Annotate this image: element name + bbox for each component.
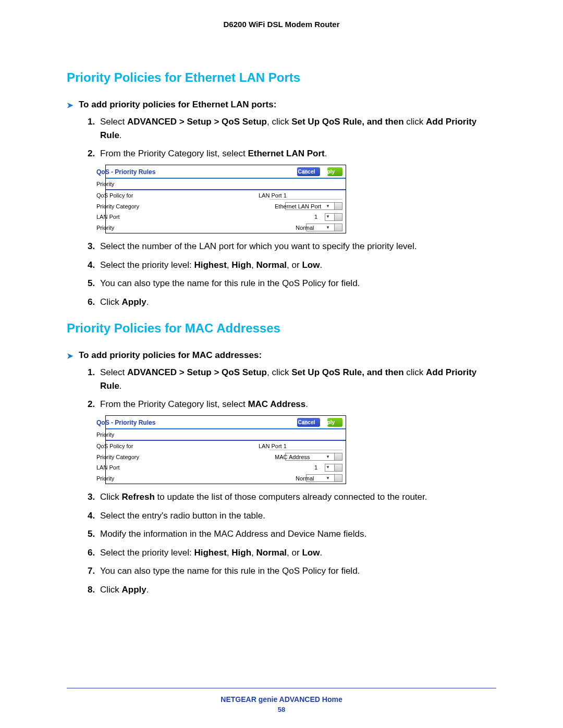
qos-panel-mac: QoS - Priority Rules × Cancel Apply ▸: [105, 415, 346, 485]
panel-section-label: Priority: [106, 429, 346, 441]
step-number: 7.: [88, 564, 100, 578]
field-label: Priority: [109, 474, 114, 483]
step-number: 1.: [88, 366, 100, 379]
step-2: 2.From the Priority Category list, selec…: [88, 147, 496, 233]
step-4: 4.Select the priority level: Highest, Hi…: [88, 258, 496, 272]
cancel-button[interactable]: × Cancel: [297, 418, 320, 427]
lan-port-select[interactable]: 1 ▼: [325, 464, 342, 472]
step-number: 1.: [88, 115, 100, 129]
step-number: 8.: [88, 583, 100, 597]
step-number: 6.: [88, 546, 100, 560]
row-priority-category: Priority Category MAC Address ▼: [106, 452, 346, 463]
section-title-lan-ports: Priority Policies for Ethernet LAN Ports: [67, 70, 496, 85]
chevron-down-icon: ▼: [334, 464, 342, 471]
field-label: Priority Category: [109, 453, 139, 462]
field-label: Priority: [109, 224, 114, 232]
qos-panel-lan: QoS - Priority Rules × Cancel Apply ▸: [105, 165, 346, 234]
panel-section-label: Priority: [106, 179, 346, 191]
step-7: 7.You can also type the name for this ru…: [88, 564, 496, 578]
panel-rows: QoS Policy for LAN Port 1 Priority Categ…: [106, 441, 346, 484]
panel-rows: QoS Policy for LAN Port 1 Priority Categ…: [106, 190, 346, 233]
chevron-down-icon: ▼: [334, 475, 342, 482]
steps-list-mac: 1.Select ADVANCED > Setup > QoS Setup, c…: [67, 366, 496, 596]
step-number: 4.: [88, 509, 100, 523]
row-qos-policy: QoS Policy for LAN Port 1: [106, 441, 346, 452]
field-label: Priority Category: [109, 202, 139, 211]
chevron-down-icon: ▼: [334, 224, 342, 231]
step-text: Select: [100, 117, 127, 127]
chevron-down-icon: ▼: [334, 203, 342, 209]
step-number: 3.: [88, 240, 100, 253]
step-number: 2.: [88, 147, 100, 161]
page-footer: NETGEAR genie ADVANCED Home 58: [0, 695, 563, 713]
apply-button[interactable]: Apply ▸: [327, 418, 342, 427]
panel-buttons: × Cancel Apply ▸: [297, 418, 342, 427]
step-number: 5.: [88, 277, 100, 290]
task-heading: ➤ To add priority policies for MAC addre…: [67, 350, 496, 362]
task-block-mac: ➤ To add priority policies for MAC addre…: [67, 350, 496, 596]
step-number: 2.: [88, 398, 100, 411]
nav-path: ADVANCED > Setup > QoS Setup: [127, 117, 267, 127]
step-number: 5.: [88, 527, 100, 541]
step-3: 3.Select the number of the LAN port for …: [88, 240, 496, 253]
field-label: LAN Port: [109, 463, 120, 472]
lan-port-select[interactable]: 1 ▼: [325, 213, 342, 221]
panel-title: QoS - Priority Rules: [109, 167, 155, 177]
qos-policy-input[interactable]: LAN Port 1: [270, 442, 342, 450]
panel-title: QoS - Priority Rules: [109, 418, 155, 427]
select-value: Normal: [308, 474, 334, 483]
chevron-down-icon: ▼: [334, 214, 342, 220]
select-value: Normal: [308, 224, 334, 232]
priority-select[interactable]: Normal ▼: [306, 474, 342, 482]
footer-title: NETGEAR genie ADVANCED Home: [221, 695, 342, 704]
task-label: To add priority policies for MAC address…: [79, 350, 262, 361]
page-number: 58: [0, 706, 563, 713]
panel-buttons: × Cancel Apply ▸: [297, 167, 342, 176]
row-lan-port: LAN Port 1 ▼: [106, 212, 346, 223]
step-number: 6.: [88, 295, 100, 309]
row-qos-policy: QoS Policy for LAN Port 1: [106, 190, 346, 201]
row-lan-port: LAN Port 1 ▼: [106, 462, 346, 473]
page: D6200 WiFi DSL Modem Router Priority Pol…: [0, 0, 563, 728]
step-number: 3.: [88, 490, 100, 504]
step-6: 6.Select the priority level: Highest, Hi…: [88, 546, 496, 560]
cancel-button[interactable]: × Cancel: [297, 167, 320, 176]
priority-category-select[interactable]: Ethernet LAN Port ▼: [285, 202, 342, 210]
chevron-right-icon: ➤: [67, 100, 74, 111]
priority-category-select[interactable]: MAC Address ▼: [285, 453, 342, 461]
step-1: 1.Select ADVANCED > Setup > QoS Setup, c…: [88, 115, 496, 142]
qos-policy-input[interactable]: LAN Port 1: [270, 191, 342, 200]
row-priority-category: Priority Category Ethernet LAN Port ▼: [106, 201, 346, 212]
panel-header: QoS - Priority Rules × Cancel Apply ▸: [106, 416, 346, 429]
section-title-mac: Priority Policies for MAC Addresses: [67, 321, 496, 336]
cancel-label: Cancel: [310, 168, 315, 176]
step-5: 5.You can also type the name for this ru…: [88, 277, 496, 290]
field-label: QoS Policy for: [109, 442, 133, 451]
step-8: 8.Click Apply.: [88, 583, 496, 597]
task-heading: ➤ To add priority policies for Ethernet …: [67, 100, 496, 111]
chevron-right-icon: ➤: [67, 350, 74, 362]
field-label: LAN Port: [109, 213, 120, 221]
step-4: 4.Select the entry's radio button in the…: [88, 509, 496, 523]
document-header: D6200 WiFi DSL Modem Router: [67, 20, 496, 29]
footer-rule: [67, 688, 496, 688]
task-block-lan: ➤ To add priority policies for Ethernet …: [67, 100, 496, 309]
step-6: 6.Click Apply.: [88, 295, 496, 309]
panel-header: QoS - Priority Rules × Cancel Apply ▸: [106, 165, 346, 179]
apply-label: Apply: [333, 168, 335, 176]
chevron-down-icon: ▼: [334, 453, 342, 460]
row-priority: Priority Normal ▼: [106, 473, 346, 484]
apply-button[interactable]: Apply ▸: [327, 167, 342, 176]
step-1: 1.Select ADVANCED > Setup > QoS Setup, c…: [88, 366, 496, 392]
step-5: 5.Modify the information in the MAC Addr…: [88, 527, 496, 541]
task-label: To add priority policies for Ethernet LA…: [79, 100, 276, 110]
priority-select[interactable]: Normal ▼: [306, 224, 342, 231]
step-3: 3.Click Refresh to update the list of th…: [88, 490, 496, 504]
step-2: 2.From the Priority Category list, selec…: [88, 398, 496, 484]
apply-label: Apply: [333, 418, 335, 426]
row-priority: Priority Normal ▼: [106, 223, 346, 233]
steps-list-lan: 1.Select ADVANCED > Setup > QoS Setup, c…: [67, 115, 496, 309]
cancel-label: Cancel: [310, 418, 315, 426]
step-number: 4.: [88, 258, 100, 272]
field-label: QoS Policy for: [109, 191, 133, 200]
